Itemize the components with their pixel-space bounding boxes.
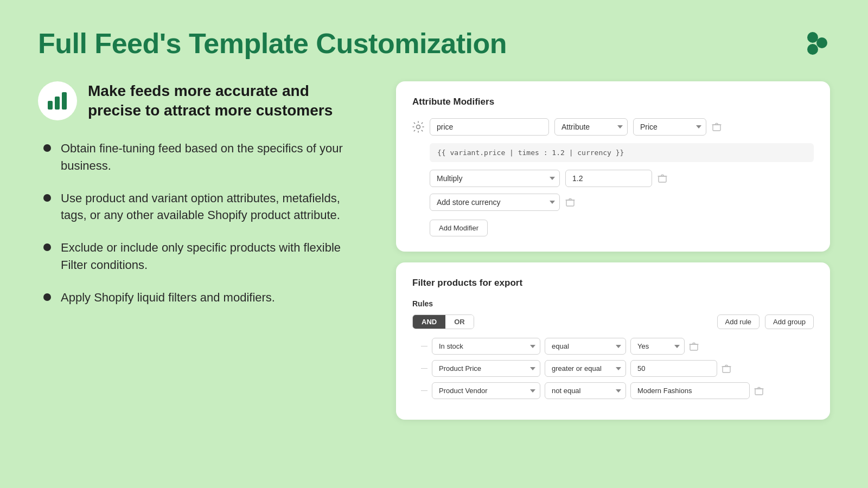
svg-rect-8 (659, 176, 666, 182)
rule2-field-select[interactable]: Product Price (432, 360, 540, 377)
bullet-item: Apply Shopify liquid filters and modifie… (43, 289, 363, 306)
filter-rule-1: In stock equal Yes (412, 338, 814, 355)
svg-rect-7 (713, 125, 720, 131)
multiply-select[interactable]: Multiply (430, 170, 560, 187)
and-toggle[interactable]: AND (413, 315, 445, 329)
page-title: Full Feed's Template Customization (38, 27, 507, 60)
filter-products-card: Filter products for export Rules AND OR … (396, 262, 830, 420)
attribute-modifiers-card: Attribute Modifiers Attribute Price (396, 81, 830, 252)
bullet-dot (43, 194, 51, 202)
rule3-field-select[interactable]: Product Vendor (432, 382, 540, 399)
bullet-text: Apply Shopify liquid filters and modifie… (61, 289, 275, 306)
rule3-value-input[interactable] (630, 382, 750, 399)
rule1-condition-select[interactable]: equal (545, 338, 626, 355)
and-or-toggle: AND OR (412, 314, 474, 329)
add-rule-button[interactable]: Add rule (717, 314, 760, 329)
svg-point-1 (816, 37, 827, 48)
bullet-text: Exclude or include only specific product… (61, 239, 363, 274)
logo (803, 30, 830, 57)
rule3-condition-select[interactable]: not equal (545, 382, 626, 399)
bullet-item: Exclude or include only specific product… (43, 239, 363, 274)
rule2-condition-select[interactable]: greater or equal (545, 360, 626, 377)
delete-icon-rule1[interactable] (689, 342, 699, 351)
bullet-list: Obtain fine-tuning feed based on the spe… (38, 140, 363, 306)
store-currency-select[interactable]: Add store currency (430, 194, 560, 211)
rules-label: Rules (412, 299, 814, 308)
filter-rule-2: Product Price greater or equal (412, 360, 814, 377)
liquid-code-preview: {{ variant.price | times : 1.2 | currenc… (430, 143, 814, 162)
headline-row: Make feeds more accurate and precise to … (38, 81, 363, 121)
bullet-dot (43, 144, 51, 152)
multiply-value-input[interactable] (565, 170, 652, 187)
connector-line-3 (421, 390, 427, 391)
svg-rect-9 (566, 200, 574, 206)
chart-bar-icon (48, 92, 67, 110)
bullet-item: Obtain fine-tuning feed based on the spe… (43, 140, 363, 175)
add-modifier-button[interactable]: Add Modifier (430, 220, 488, 236)
connector-line-1 (421, 346, 427, 346)
logo-icon (803, 30, 830, 57)
modifier-main-row: Attribute Price (412, 118, 814, 136)
type-select[interactable]: Attribute (554, 118, 628, 136)
connector-line-2 (421, 368, 427, 369)
svg-rect-4 (55, 97, 60, 110)
filter-products-title: Filter products for export (412, 278, 814, 288)
main-content: Make feeds more accurate and precise to … (38, 81, 830, 461)
page-wrapper: Full Feed's Template Customization (0, 0, 868, 488)
or-toggle[interactable]: OR (445, 315, 474, 329)
bullet-text: Use product and variant option attribute… (61, 190, 363, 224)
header: Full Feed's Template Customization (38, 27, 830, 60)
delete-icon-currency[interactable] (565, 197, 575, 207)
bullet-text: Obtain fine-tuning feed based on the spe… (61, 140, 363, 175)
headline-text: Make feeds more accurate and precise to … (88, 81, 363, 121)
svg-point-0 (807, 32, 818, 43)
svg-rect-3 (48, 101, 53, 110)
rule-actions: Add rule Add group (717, 314, 814, 329)
svg-rect-11 (723, 367, 730, 373)
bullet-dot (43, 243, 51, 251)
chart-icon-wrapper (38, 81, 77, 120)
delete-icon-rule2[interactable] (722, 364, 731, 374)
right-panel: Attribute Modifiers Attribute Price (396, 81, 830, 461)
price-input[interactable] (430, 118, 549, 136)
svg-rect-12 (755, 389, 763, 395)
multiply-row: Multiply (430, 170, 814, 187)
delete-icon-rule3[interactable] (754, 386, 764, 396)
svg-rect-5 (62, 92, 67, 110)
field-select[interactable]: Price (633, 118, 706, 136)
add-group-button[interactable]: Add group (765, 314, 814, 329)
svg-rect-10 (690, 344, 698, 350)
svg-point-2 (807, 44, 818, 55)
rule1-field-select[interactable]: In stock (432, 338, 540, 355)
bullet-dot (43, 293, 51, 301)
delete-icon-multiply[interactable] (658, 174, 667, 183)
bullet-item: Use product and variant option attribute… (43, 190, 363, 224)
gear-icon (412, 121, 424, 133)
rule2-value-input[interactable] (630, 360, 717, 377)
filter-rule-3: Product Vendor not equal (412, 382, 814, 399)
store-currency-row: Add store currency (430, 194, 814, 211)
left-panel: Make feeds more accurate and precise to … (38, 81, 363, 461)
delete-icon-modifier[interactable] (712, 122, 722, 132)
rules-toggle-row: AND OR Add rule Add group (412, 314, 814, 329)
attribute-modifiers-title: Attribute Modifiers (412, 97, 814, 107)
svg-point-6 (417, 125, 420, 129)
rule1-value-select[interactable]: Yes (630, 338, 685, 355)
